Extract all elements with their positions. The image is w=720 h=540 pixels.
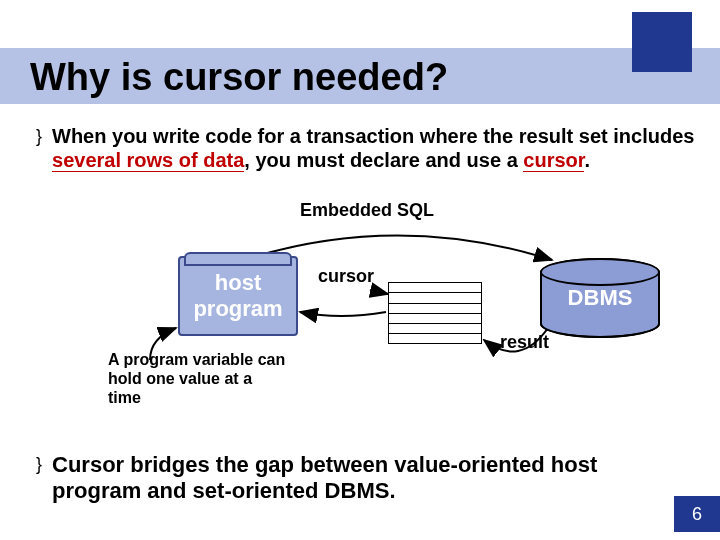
- host-program-box: host program: [178, 256, 298, 336]
- table-row: [389, 334, 481, 344]
- table-row: [389, 304, 481, 314]
- bullet-marker: }: [36, 452, 42, 504]
- bullet1-highlight-2: cursor: [523, 149, 584, 172]
- dbms-label: DBMS: [568, 285, 633, 311]
- program-variable-note: A program variable can hold one value at…: [108, 350, 288, 407]
- bullet-marker: }: [36, 124, 42, 172]
- result-label: result: [500, 332, 549, 353]
- dbms-cylinder: DBMS: [540, 258, 660, 338]
- table-row: [389, 293, 481, 303]
- bullet1-highlight-1: several rows of data: [52, 149, 244, 172]
- bullet-1-text: When you write code for a transaction wh…: [52, 124, 696, 172]
- host-text-line1: host: [215, 270, 261, 296]
- embedded-sql-label: Embedded SQL: [300, 200, 434, 221]
- cursor-label: cursor: [318, 266, 374, 287]
- bullet-item-2: } Cursor bridges the gap between value-o…: [36, 452, 676, 504]
- bullet1-post: .: [584, 149, 590, 171]
- bullet-2-text: Cursor bridges the gap between value-ori…: [52, 452, 676, 504]
- table-row: [389, 324, 481, 334]
- result-table-shape: [388, 282, 482, 344]
- host-text-line2: program: [193, 296, 282, 322]
- page-number: 6: [674, 496, 720, 532]
- slide-title: Why is cursor needed?: [30, 56, 448, 99]
- header-accent-square: [632, 12, 692, 72]
- bullet-item-1: } When you write code for a transaction …: [36, 124, 696, 172]
- table-row: [389, 283, 481, 293]
- bullet1-pre: When you write code for a transaction wh…: [52, 125, 694, 147]
- bullet1-mid: , you must declare and use a: [244, 149, 523, 171]
- table-row: [389, 314, 481, 324]
